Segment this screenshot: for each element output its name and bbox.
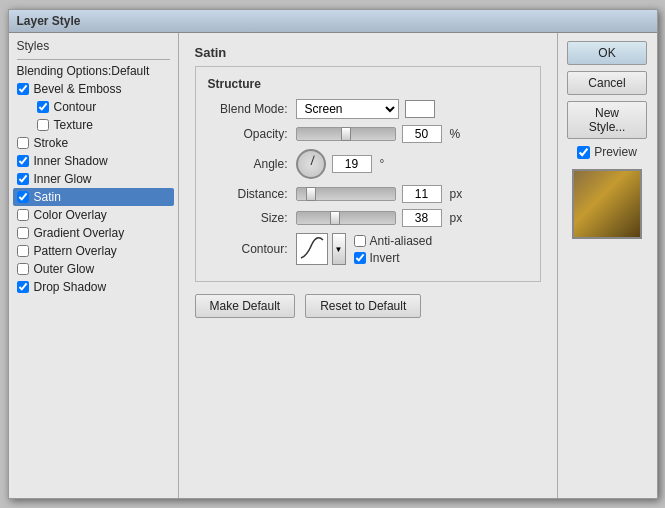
- sidebar-label-stroke: Stroke: [34, 136, 69, 150]
- opacity-label: Opacity:: [208, 127, 288, 141]
- invert-checkbox[interactable]: [354, 252, 366, 264]
- blend-mode-select[interactable]: NormalDissolveDarkenMultiplyColor BurnLi…: [296, 99, 399, 119]
- new-style-button[interactable]: New Style...: [567, 101, 647, 139]
- opacity-slider-container: 50 %: [296, 125, 461, 143]
- sidebar-label-gradient-overlay: Gradient Overlay: [34, 226, 125, 240]
- main-panel: Satin Structure Blend Mode: NormalDissol…: [179, 33, 557, 498]
- angle-label: Angle:: [208, 157, 288, 171]
- invert-label[interactable]: Invert: [354, 251, 433, 265]
- action-buttons: Make Default Reset to Default: [195, 294, 541, 318]
- distance-input[interactable]: 11: [402, 185, 442, 203]
- dialog-title: Layer Style: [17, 14, 81, 28]
- sidebar-item-bevel-emboss[interactable]: Bevel & Emboss: [13, 80, 174, 98]
- title-bar: Layer Style: [9, 10, 657, 33]
- sidebar-checkbox-gradient-overlay[interactable]: [17, 227, 29, 239]
- opacity-input[interactable]: 50: [402, 125, 442, 143]
- sidebar-item-blending[interactable]: Blending Options:Default: [13, 62, 174, 80]
- sidebar-checkbox-satin[interactable]: [17, 191, 29, 203]
- sidebar-item-contour[interactable]: Contour: [13, 98, 174, 116]
- sidebar-item-pattern-overlay[interactable]: Pattern Overlay: [13, 242, 174, 260]
- sidebar-label-satin: Satin: [34, 190, 61, 204]
- opacity-row: Opacity: 50 %: [208, 125, 528, 143]
- angle-input[interactable]: 19: [332, 155, 372, 173]
- sidebar-checkbox-texture[interactable]: [37, 119, 49, 131]
- contour-icon: [299, 236, 325, 262]
- angle-dial[interactable]: [296, 149, 326, 179]
- sidebar-items: Bevel & EmbossContourTextureStrokeInner …: [13, 80, 174, 296]
- size-slider[interactable]: [296, 211, 396, 225]
- angle-unit: °: [380, 157, 385, 171]
- preview-checkbox[interactable]: [577, 146, 590, 159]
- preview-row: Preview: [577, 145, 637, 159]
- size-unit: px: [450, 211, 463, 225]
- sidebar-checkbox-pattern-overlay[interactable]: [17, 245, 29, 257]
- preview-thumbnail: [572, 169, 642, 239]
- sidebar-item-stroke[interactable]: Stroke: [13, 134, 174, 152]
- sidebar-item-outer-glow[interactable]: Outer Glow: [13, 260, 174, 278]
- svg-rect-0: [299, 236, 325, 262]
- opacity-slider[interactable]: [296, 127, 396, 141]
- sidebar-item-satin[interactable]: Satin: [13, 188, 174, 206]
- distance-unit: px: [450, 187, 463, 201]
- sidebar-checkbox-inner-shadow[interactable]: [17, 155, 29, 167]
- sidebar-label-inner-shadow: Inner Shadow: [34, 154, 108, 168]
- sidebar-checkbox-drop-shadow[interactable]: [17, 281, 29, 293]
- sidebar-checkbox-outer-glow[interactable]: [17, 263, 29, 275]
- reset-to-default-button[interactable]: Reset to Default: [305, 294, 421, 318]
- sidebar-item-gradient-overlay[interactable]: Gradient Overlay: [13, 224, 174, 242]
- sidebar-label-contour: Contour: [54, 100, 97, 114]
- cancel-button[interactable]: Cancel: [567, 71, 647, 95]
- contour-container: ▼ Anti-aliased Invert: [296, 233, 433, 265]
- structure-box: Structure Blend Mode: NormalDissolveDark…: [195, 66, 541, 282]
- sidebar-label-inner-glow: Inner Glow: [34, 172, 92, 186]
- anti-aliased-label[interactable]: Anti-aliased: [354, 234, 433, 248]
- sidebar-item-texture[interactable]: Texture: [13, 116, 174, 134]
- right-panel: OK Cancel New Style... Preview: [557, 33, 657, 498]
- sidebar-label-drop-shadow: Drop Shadow: [34, 280, 107, 294]
- opacity-unit: %: [450, 127, 461, 141]
- blend-mode-row: Blend Mode: NormalDissolveDarkenMultiply…: [208, 99, 528, 119]
- angle-dial-indicator: [310, 155, 314, 165]
- make-default-button[interactable]: Make Default: [195, 294, 296, 318]
- sidebar-checkbox-inner-glow[interactable]: [17, 173, 29, 185]
- sidebar-label-pattern-overlay: Pattern Overlay: [34, 244, 117, 258]
- distance-label: Distance:: [208, 187, 288, 201]
- distance-row: Distance: 11 px: [208, 185, 528, 203]
- sidebar-item-color-overlay[interactable]: Color Overlay: [13, 206, 174, 224]
- sidebar-checkbox-contour[interactable]: [37, 101, 49, 113]
- distance-slider[interactable]: [296, 187, 396, 201]
- contour-row: Contour: ▼ Anti-aliased: [208, 233, 528, 265]
- satin-title: Satin: [195, 45, 541, 60]
- contour-dropdown-arrow[interactable]: ▼: [332, 233, 346, 265]
- anti-aliased-checkbox[interactable]: [354, 235, 366, 247]
- sidebar-checkbox-stroke[interactable]: [17, 137, 29, 149]
- sidebar-label-color-overlay: Color Overlay: [34, 208, 107, 222]
- distance-slider-container: 11 px: [296, 185, 463, 203]
- contour-picker[interactable]: [296, 233, 328, 265]
- sidebar-checkbox-color-overlay[interactable]: [17, 209, 29, 221]
- size-row: Size: 38 px: [208, 209, 528, 227]
- sidebar-checkbox-bevel-emboss[interactable]: [17, 83, 29, 95]
- left-panel: Styles Blending Options:Default Bevel & …: [9, 33, 179, 498]
- sidebar-label-outer-glow: Outer Glow: [34, 262, 95, 276]
- angle-row: Angle: 19 °: [208, 149, 528, 179]
- contour-checkboxes: Anti-aliased Invert: [354, 234, 433, 265]
- size-slider-container: 38 px: [296, 209, 463, 227]
- size-label: Size:: [208, 211, 288, 225]
- ok-button[interactable]: OK: [567, 41, 647, 65]
- size-input[interactable]: 38: [402, 209, 442, 227]
- sidebar-label-texture: Texture: [54, 118, 93, 132]
- layer-style-dialog: Layer Style Styles Blending Options:Defa…: [8, 9, 658, 499]
- structure-title: Structure: [208, 77, 528, 91]
- angle-container: 19 °: [296, 149, 385, 179]
- sidebar-item-inner-glow[interactable]: Inner Glow: [13, 170, 174, 188]
- styles-header[interactable]: Styles: [13, 37, 174, 55]
- contour-label: Contour:: [208, 242, 288, 256]
- preview-label: Preview: [594, 145, 637, 159]
- sidebar-label-bevel-emboss: Bevel & Emboss: [34, 82, 122, 96]
- sidebar-item-drop-shadow[interactable]: Drop Shadow: [13, 278, 174, 296]
- sidebar-item-inner-shadow[interactable]: Inner Shadow: [13, 152, 174, 170]
- blend-mode-label: Blend Mode:: [208, 102, 288, 116]
- blend-color-swatch[interactable]: [405, 100, 435, 118]
